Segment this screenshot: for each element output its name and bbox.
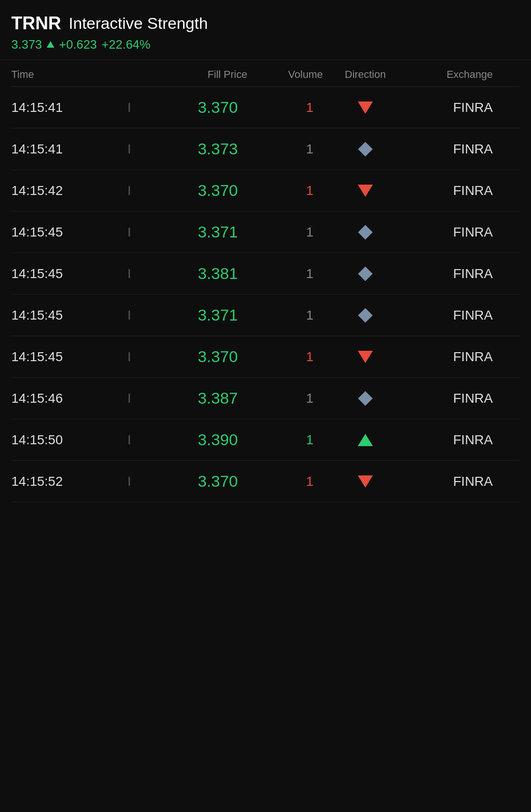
cell-volume: 1 (247, 308, 323, 323)
cell-fill-price: 3.373 (143, 140, 247, 158)
cell-fill-price: 3.371 (143, 306, 247, 324)
table-body: 14:15:41 I 3.370 1 FINRA 14:15:41 I 3.37… (11, 87, 520, 502)
cell-volume: 1 (247, 183, 323, 198)
table-row: 14:15:42 I 3.370 1 FINRA (11, 170, 520, 211)
direction-neutral-icon (358, 225, 372, 239)
direction-up-icon (358, 434, 373, 446)
cell-direction (323, 434, 408, 446)
cell-time: 14:15:52 (11, 474, 115, 489)
col-time: Time (11, 68, 115, 81)
cell-fill-price: 3.381 (143, 264, 247, 283)
cell-exchange: FINRA (408, 225, 493, 240)
header: TRNR Interactive Strength 3.373 +0.623 +… (0, 0, 531, 60)
cell-time: 14:15:42 (11, 183, 115, 198)
cell-direction (323, 227, 408, 237)
cell-volume: 1 (247, 349, 323, 364)
cell-time: 14:15:41 (11, 142, 115, 157)
cell-volume: 1 (247, 142, 323, 157)
table-row: 14:15:45 I 3.371 1 FINRA (11, 211, 520, 253)
cell-direction (323, 310, 408, 321)
direction-down-icon (358, 102, 373, 114)
table-row: 14:15:45 I 3.371 1 FINRA (11, 295, 520, 336)
direction-down-icon (358, 475, 373, 488)
cell-separator: I (115, 142, 143, 157)
title-row: TRNR Interactive Strength (11, 13, 520, 34)
cell-exchange: FINRA (408, 266, 493, 281)
cell-volume: 1 (247, 474, 323, 489)
current-price: 3.373 (11, 37, 42, 52)
cell-volume: 1 (247, 100, 323, 115)
cell-volume: 1 (247, 266, 323, 281)
direction-down-icon (358, 351, 373, 363)
col-exchange: Exchange (408, 68, 493, 81)
cell-separator: I (115, 100, 143, 115)
cell-separator: I (115, 391, 143, 406)
cell-separator: I (115, 225, 143, 240)
price-change: +0.623 (59, 37, 97, 52)
cell-time: 14:15:45 (11, 349, 115, 364)
col-fill-price: Fill Price (143, 68, 247, 81)
cell-fill-price: 3.370 (143, 347, 247, 366)
col-sep-spacer (115, 68, 143, 81)
cell-separator: I (115, 308, 143, 323)
cell-direction (323, 102, 408, 114)
company-name: Interactive Strength (69, 14, 208, 33)
cell-direction (323, 144, 408, 154)
cell-time: 14:15:50 (11, 432, 115, 448)
cell-fill-price: 3.370 (143, 181, 247, 200)
table-row: 14:15:45 I 3.370 1 FINRA (11, 336, 520, 378)
table-row: 14:15:50 I 3.390 1 FINRA (11, 419, 520, 461)
ticker-symbol: TRNR (11, 13, 61, 34)
cell-fill-price: 3.387 (143, 389, 247, 407)
direction-neutral-icon (358, 266, 372, 281)
cell-time: 14:15:45 (11, 266, 115, 281)
direction-neutral-icon (358, 142, 372, 156)
cell-exchange: FINRA (408, 142, 493, 157)
trades-table: Time Fill Price Volume Direction Exchang… (0, 60, 531, 502)
cell-exchange: FINRA (408, 308, 493, 323)
cell-exchange: FINRA (408, 183, 493, 198)
cell-exchange: FINRA (408, 474, 493, 489)
cell-exchange: FINRA (408, 391, 493, 406)
cell-time: 14:15:46 (11, 391, 115, 406)
cell-exchange: FINRA (408, 349, 493, 364)
cell-direction (323, 269, 408, 279)
direction-neutral-icon (358, 391, 372, 406)
cell-volume: 1 (247, 225, 323, 240)
cell-time: 14:15:45 (11, 308, 115, 323)
cell-exchange: FINRA (408, 100, 493, 115)
cell-volume: 1 (247, 391, 323, 406)
table-row: 14:15:45 I 3.381 1 FINRA (11, 253, 520, 295)
cell-separator: I (115, 474, 143, 489)
price-change-pct: +22.64% (101, 37, 150, 52)
col-volume: Volume (247, 68, 323, 81)
cell-fill-price: 3.370 (143, 98, 247, 117)
cell-direction (323, 393, 408, 404)
cell-separator: I (115, 432, 143, 448)
cell-fill-price: 3.370 (143, 472, 247, 491)
cell-volume: 1 (247, 432, 323, 448)
table-row: 14:15:41 I 3.373 1 FINRA (11, 128, 520, 170)
cell-exchange: FINRA (408, 432, 493, 448)
cell-separator: I (115, 183, 143, 198)
table-row: 14:15:52 I 3.370 1 FINRA (11, 461, 520, 502)
cell-separator: I (115, 349, 143, 364)
cell-separator: I (115, 266, 143, 281)
cell-time: 14:15:41 (11, 100, 115, 115)
table-row: 14:15:46 I 3.387 1 FINRA (11, 378, 520, 419)
col-direction: Direction (323, 68, 408, 81)
price-row: 3.373 +0.623 +22.64% (11, 37, 520, 52)
cell-direction (323, 185, 408, 197)
cell-direction (323, 475, 408, 488)
direction-neutral-icon (358, 308, 372, 322)
cell-direction (323, 351, 408, 363)
direction-down-icon (358, 185, 373, 197)
cell-fill-price: 3.371 (143, 223, 247, 241)
price-up-arrow-icon (47, 41, 54, 48)
cell-time: 14:15:45 (11, 225, 115, 240)
cell-fill-price: 3.390 (143, 431, 247, 449)
table-header: Time Fill Price Volume Direction Exchang… (11, 60, 520, 87)
table-row: 14:15:41 I 3.370 1 FINRA (11, 87, 520, 128)
